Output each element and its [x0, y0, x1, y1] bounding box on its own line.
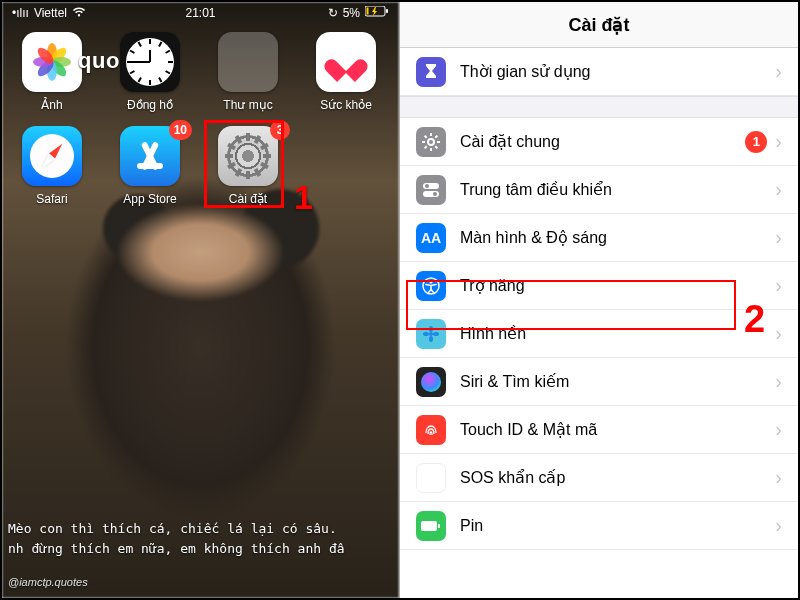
clock-time: 21:01: [2, 6, 399, 20]
app-clock[interactable]: Đồng hồ: [114, 32, 186, 112]
battery-icon: [416, 511, 446, 541]
app-appstore[interactable]: 10 App Store: [114, 126, 186, 206]
svg-point-20: [429, 336, 433, 342]
annotation-box-step1: [204, 120, 284, 208]
wallpaper-quote: Mèo con thì thích cá, chiếc lá lại có sâ…: [2, 519, 399, 558]
row-general[interactable]: Cài đặt chung 1 ›: [400, 118, 798, 166]
annotation-number-2: 2: [744, 298, 765, 341]
row-touch-id[interactable]: Touch ID & Mật mã ›: [400, 406, 798, 454]
row-badge: 1: [745, 131, 767, 153]
app-grid: quo Ảnh: [2, 32, 399, 220]
app-label: Safari: [36, 192, 67, 206]
badge: 10: [169, 120, 192, 140]
chevron-right-icon: ›: [775, 226, 782, 249]
chevron-right-icon: ›: [775, 514, 782, 537]
annotation-number-1: 1: [294, 178, 313, 217]
svg-line-11: [435, 135, 437, 137]
svg-point-15: [433, 192, 437, 196]
app-health[interactable]: Sức khỏe: [310, 32, 382, 112]
row-label: Cài đặt chung: [460, 132, 745, 151]
row-label: Trung tâm điều khiển: [460, 180, 767, 199]
svg-point-13: [425, 184, 429, 188]
chevron-right-icon: ›: [775, 418, 782, 441]
chevron-right-icon: ›: [775, 322, 782, 345]
health-icon: [316, 32, 376, 92]
chevron-right-icon: ›: [775, 60, 782, 83]
home-screen: •ılıı Viettel 21:01 ↻ 5%: [2, 2, 400, 598]
clock-icon: [120, 32, 180, 92]
svg-line-10: [425, 146, 427, 148]
app-photos[interactable]: quo Ảnh: [16, 32, 88, 112]
quote-line1: Mèo con thì thích cá, chiếc lá lại có sâ…: [8, 519, 393, 539]
row-siri[interactable]: Siri & Tìm kiếm ›: [400, 358, 798, 406]
svg-line-8: [425, 135, 427, 137]
row-label: SOS khẩn cấp: [460, 468, 767, 487]
app-label: Thư mục: [223, 98, 272, 112]
status-bar: •ılıı Viettel 21:01 ↻ 5%: [2, 2, 399, 24]
group-separator: [400, 96, 798, 118]
app-label: Đồng hồ: [127, 98, 173, 112]
chevron-right-icon: ›: [775, 370, 782, 393]
wallpaper-watermark: @iamctp.quotes: [8, 576, 88, 588]
row-label: Siri & Tìm kiếm: [460, 372, 767, 391]
gear-icon: [416, 127, 446, 157]
svg-point-21: [423, 332, 429, 336]
row-battery[interactable]: Pin ›: [400, 502, 798, 550]
sos-icon: SOS: [416, 463, 446, 493]
chevron-right-icon: ›: [775, 130, 782, 153]
settings-header: Cài đặt: [400, 2, 798, 48]
row-sos[interactable]: SOS SOS khẩn cấp ›: [400, 454, 798, 502]
chevron-right-icon: ›: [775, 178, 782, 201]
row-label: Thời gian sử dụng: [460, 62, 767, 81]
row-display[interactable]: AA Màn hình & Độ sáng ›: [400, 214, 798, 262]
row-label: Màn hình & Độ sáng: [460, 228, 767, 247]
app-label: Sức khỏe: [320, 98, 372, 112]
svg-rect-24: [438, 524, 440, 528]
text-size-icon: AA: [416, 223, 446, 253]
app-label: App Store: [123, 192, 176, 206]
svg-point-18: [429, 332, 433, 336]
svg-point-22: [433, 332, 439, 336]
app-label: Ảnh: [41, 98, 62, 112]
photos-icon: [22, 32, 82, 92]
annotation-box-step2: [406, 280, 736, 330]
folder-icon: [218, 32, 278, 92]
quote-line2: nh đừng thích em nữa, em không thích anh…: [8, 539, 393, 559]
row-label: Pin: [460, 517, 767, 535]
settings-screen: Cài đặt Thời gian sử dụng › Cài đặt chun…: [400, 2, 798, 598]
app-folder[interactable]: Thư mục: [212, 32, 284, 112]
siri-icon: [416, 367, 446, 397]
chevron-right-icon: ›: [775, 466, 782, 489]
row-control-center[interactable]: Trung tâm điều khiển ›: [400, 166, 798, 214]
row-label: Touch ID & Mật mã: [460, 420, 767, 439]
row-screen-time[interactable]: Thời gian sử dụng ›: [400, 48, 798, 96]
switches-icon: [416, 175, 446, 205]
safari-icon: [22, 126, 82, 186]
svg-rect-23: [421, 521, 437, 531]
svg-point-3: [428, 139, 434, 145]
chevron-right-icon: ›: [775, 274, 782, 297]
settings-title: Cài đặt: [568, 14, 629, 36]
svg-line-9: [435, 146, 437, 148]
fingerprint-icon: [416, 415, 446, 445]
app-safari[interactable]: Safari: [16, 126, 88, 206]
hourglass-icon: [416, 57, 446, 87]
heart-icon: [333, 50, 359, 74]
